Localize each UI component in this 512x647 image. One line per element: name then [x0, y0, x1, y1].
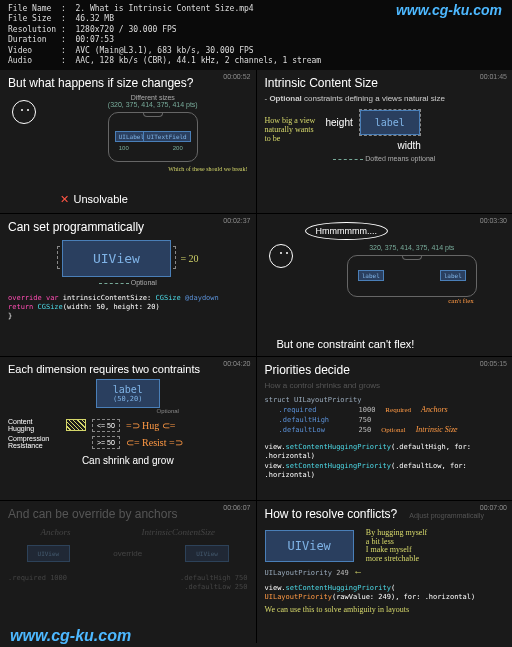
label-box: label	[440, 270, 466, 281]
cant-flex-note: can't flex	[448, 298, 474, 306]
label-box: label	[360, 110, 420, 135]
sizes-list: 320, 375, 414, 375, 414 pts	[320, 244, 505, 251]
phone-icon: label label can't flex	[347, 255, 477, 297]
le50: <= 50	[92, 419, 120, 432]
num1: 100	[119, 145, 129, 151]
panel-subtitle: - Optional constraints defining a views …	[265, 94, 505, 103]
override-label: override	[113, 549, 142, 558]
panel-title: And can be override by anchors	[8, 507, 248, 521]
adjust-label: Adjust programmatically	[409, 512, 484, 519]
footer-text: Can shrink and grow	[8, 455, 248, 466]
arrow-icon: ←	[353, 566, 363, 577]
uitextfield-box: UITextField	[143, 131, 191, 142]
anchors-label: Anchors	[41, 527, 71, 537]
resist-label: Resist	[142, 437, 166, 448]
which-note: Which of these should we break!	[58, 166, 248, 173]
timestamp: 00:04:20	[223, 360, 250, 367]
thumbnail-grid: 00:00:52 But what happens if size change…	[0, 70, 512, 643]
arrow-icon	[66, 419, 86, 431]
timestamp: 00:02:37	[223, 217, 250, 224]
panel-title: Priorities decide	[265, 363, 505, 377]
watermark-top: www.cg-ku.com	[396, 2, 502, 18]
panel-title: Can set programmatically	[8, 220, 248, 234]
x-icon: ✕	[60, 193, 69, 205]
thumb-0: 00:00:52 But what happens if size change…	[0, 70, 256, 213]
panel-subtitle: How a control shrinks and grows	[265, 381, 505, 390]
label-box: label (50,20)	[96, 379, 160, 408]
footer-text: But one constraint can't flex!	[277, 338, 415, 350]
face-icon	[269, 244, 293, 268]
timestamp: 00:06:07	[223, 504, 250, 511]
num2: 200	[173, 145, 183, 151]
thumb-2: 00:02:37 Can set programmatically UIView…	[0, 214, 256, 357]
speech-bubble: Hmmmmmm....	[305, 222, 388, 240]
content-hugging-label: Content Hugging	[8, 418, 60, 432]
thumb-7: 00:07:00 How to resolve conflicts? Adjus…	[257, 501, 513, 644]
face-icon	[12, 100, 36, 124]
priority-label: UILayoutPriority	[265, 569, 337, 577]
timestamp: 00:01:45	[480, 73, 507, 80]
footer-note: We can use this to solve ambiguity in la…	[265, 606, 505, 615]
thumb-1: 00:01:45 Intrinsic Content Size - Option…	[257, 70, 513, 213]
thumb-5: 00:05:15 Priorities decide How a control…	[257, 357, 513, 500]
compression-resistance-label: Compression Resistance	[8, 435, 60, 449]
panel-title: How to resolve conflicts?	[265, 507, 398, 521]
uiview-box: UIView	[62, 240, 171, 277]
width-label: width	[326, 140, 421, 151]
eq20: = 20	[180, 253, 198, 264]
uiview-box: UIView	[185, 545, 229, 562]
hug-label: Hug	[142, 420, 159, 431]
watermark-bottom: www.cg-ku.com	[10, 627, 131, 645]
timestamp: 00:03:30	[480, 217, 507, 224]
uiview-box: UIView	[265, 530, 354, 562]
handwritten-note: How big a view naturally wants to be	[265, 117, 320, 143]
ics-label: IntrinsicContentSize	[142, 527, 216, 537]
thumb-6: 00:06:07 And can be override by anchors …	[0, 501, 256, 644]
priority-val: 249	[336, 569, 349, 577]
timestamp: 00:00:52	[223, 73, 250, 80]
thumb-3: 00:03:30 Hmmmmmm.... 320, 375, 414, 375,…	[257, 214, 513, 357]
code-block: view.setContentHuggingPriority(.defaultH…	[265, 443, 505, 479]
code-block: override var intrinsicContentSize: CGSiz…	[8, 294, 248, 321]
sizes-list: (320, 375, 414, 375, 414 pts)	[58, 101, 248, 108]
diff-sizes-label: Different sizes	[58, 94, 248, 101]
handwritten-note: By hugging myself a bit less I make myse…	[366, 529, 427, 564]
uiview-box: UIView	[27, 545, 71, 562]
code-block: view.setContentHuggingPriority( UILayout…	[265, 584, 505, 602]
unsolvable-label: Unsolvable	[73, 193, 127, 205]
dotted-note: Dotted means optional	[265, 155, 505, 162]
thumb-4: 00:04:20 Each dimension requires two con…	[0, 357, 256, 500]
code-block: struct UILayoutPriority .required1000Req…	[265, 396, 505, 435]
ge50: >= 50	[92, 436, 120, 449]
optional-label: Optional	[131, 279, 157, 286]
timestamp: 00:07:00	[480, 504, 507, 511]
height-label: height	[326, 117, 353, 128]
phone-icon: UILabel UITextField 100 200	[108, 112, 198, 162]
label-box: label	[358, 270, 384, 281]
timestamp: 00:05:15	[480, 360, 507, 367]
panel-title: But what happens if size changes?	[8, 76, 248, 90]
optional-label: Optional	[88, 408, 248, 414]
panel-title: Intrinsic Content Size	[265, 76, 505, 90]
panel-title: Each dimension requires two contraints	[8, 363, 248, 375]
